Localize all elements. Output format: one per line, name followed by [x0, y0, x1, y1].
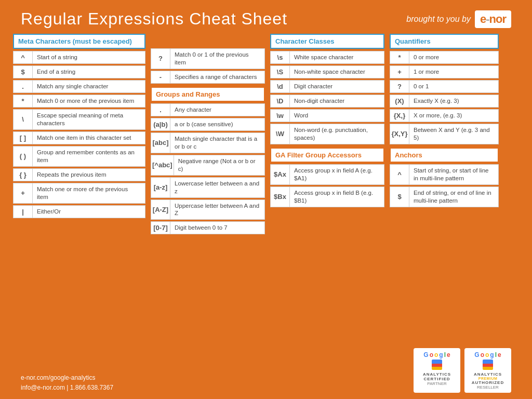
desc-group: Group and remember contents as an item [33, 146, 145, 167]
badge-premium-label: PREMIUM [469, 377, 507, 380]
symbol-07: [0-7] [151, 221, 170, 234]
desc-ax: Access group x in field A (e.g. $A1) [290, 164, 384, 185]
list-item: { } Repeats the previous item [13, 168, 145, 181]
char-classes-column: Character Classes \s White space charact… [270, 34, 384, 236]
symbol-nabc: [^abc] [151, 155, 174, 176]
symbol-XY: {X,Y} [390, 124, 409, 144]
desc-one-more: Match one or more of the previous item [33, 183, 145, 204]
symbol-plus: + [13, 183, 33, 204]
list-item: $ End of string, or end of line in multi… [390, 187, 499, 207]
groups-ranges-header: Groups and Ranges [151, 87, 265, 102]
brand-logo: e-nor [475, 10, 511, 28]
symbol-az: [a-z] [151, 177, 170, 198]
symbol-star: * [13, 95, 33, 108]
brand-text: brought to you by [406, 15, 471, 24]
list-item: [0-7] Digit between 0 to 7 [151, 221, 265, 234]
symbol-bx: $Bx [270, 187, 290, 207]
quantifiers-column: Quantifiers * 0 or more + 1 or more ? 0 … [390, 34, 499, 236]
desc-range: Specifies a range of characters [170, 71, 265, 84]
badge-reseller-label: RESELLER [469, 385, 507, 390]
desc-lower: Lowercase letter between a and z [170, 177, 265, 198]
desc-Xmore: X or more, (e.g. 3) [409, 109, 499, 122]
desc-zero-more: Match 0 or more of the previous item [33, 95, 145, 108]
symbol-q-q: ? [390, 80, 409, 93]
list-item: \d Digit character [270, 80, 384, 93]
badge-reseller: Google ANALYTICS PREMIUM AUTHORIZED RESE… [464, 348, 511, 393]
header: Regular Expressions Cheat Sheet brought … [0, 0, 532, 34]
symbol-bracket: [ ] [13, 131, 33, 144]
list-item: + 1 or more [390, 65, 499, 78]
symbol-WS: \S [270, 65, 290, 78]
desc-whitespace: White space character [290, 51, 384, 64]
list-item: * 0 or more [390, 51, 499, 64]
brand-area: brought to you by e-nor [406, 10, 511, 28]
list-item: $Bx Access group x in field B (e.g. $B1) [270, 187, 384, 207]
list-item: ? 0 or 1 [390, 80, 499, 93]
list-item: {X,Y} Between X and Y (e.g. 3 and 5) [390, 124, 499, 144]
symbol-Xc: {X,} [390, 109, 409, 122]
list-item: $ End of a string [13, 65, 145, 78]
list-item: . Any character [151, 103, 265, 116]
symbol-ax: $Ax [270, 164, 290, 185]
desc-match-single: Match single character that is a or b or… [170, 132, 265, 153]
desc-word: Word [290, 109, 384, 122]
desc-1-more: 1 or more [409, 65, 499, 78]
desc-upper: Uppercase letter between A and Z [170, 200, 265, 220]
list-item: . Match any single character [13, 80, 145, 93]
list-item: [^abc] Negative range (Not a or b or c) [151, 155, 265, 176]
meta-chars-header: Meta Characters (must be escaped) [13, 34, 145, 49]
badge-analytics-label-1: ANALYTICS [418, 372, 456, 377]
badge-analytics-label-2: ANALYTICS [469, 372, 507, 377]
list-item: {X,} X or more, (e.g. 3) [390, 109, 499, 122]
desc-non-digit: Non-digit character [290, 95, 384, 108]
symbol-paren: ( ) [13, 146, 33, 167]
symbol-D: \D [270, 95, 290, 108]
symbol-or: (a|b) [151, 118, 170, 131]
desc-either-or: Either/Or [33, 205, 145, 218]
desc-match-one: Match one item in this character set [33, 131, 145, 144]
google-logo-2: Google [469, 351, 507, 358]
desc-digit07: Digit between 0 to 7 [170, 221, 265, 234]
badge-certified-label: CERTIFIED [418, 377, 456, 381]
symbol-W: \W [270, 124, 290, 144]
analytics-icon-1 [432, 360, 442, 370]
list-item: \w Word [270, 109, 384, 122]
list-item: [a-z] Lowercase letter between a and z [151, 177, 265, 198]
page-title: Regular Expressions Cheat Sheet [21, 9, 287, 29]
symbol-gr-dot: . [151, 103, 170, 116]
list-item: \S Non-white space character [270, 65, 384, 78]
ga-filter-header: GA Filter Group Accessors [270, 148, 384, 163]
quantifiers-header: Quantifiers [390, 34, 499, 49]
desc-0-more: 0 or more [409, 51, 499, 64]
desc-start-or-line: Start of string, or start of line in mul… [409, 164, 499, 185]
desc-bx: Access group x in field B (e.g. $B1) [290, 187, 384, 207]
symbol-backslash: \ [13, 109, 33, 130]
symbol-abc: [abc] [151, 132, 170, 153]
list-item: | Either/Or [13, 205, 145, 218]
desc-end-or-line: End of string, or end of line in multi-l… [409, 187, 499, 207]
list-item: (a|b) a or b (case sensitive) [151, 118, 265, 131]
symbol-X: (X) [390, 95, 409, 108]
desc-0-1: 0 or 1 [409, 80, 499, 93]
desc-start-string: Start of a string [33, 51, 145, 64]
symbol-q: ? [151, 48, 170, 69]
footer: e-nor.com/google-analytics info@e-nor.co… [21, 348, 511, 393]
badge-authorized-label: AUTHORIZED [469, 380, 507, 385]
symbol-q-star: * [390, 51, 409, 64]
list-item: ^ Start of string, or start of line in m… [390, 164, 499, 185]
desc-non-whitespace: Non-white space character [290, 65, 384, 78]
list-item: * Match 0 or more of the previous item [13, 95, 145, 108]
groups-ranges-column: ? Match 0 or 1 of the previous item - Sp… [151, 34, 265, 236]
desc-a-or-b: a or b (case sensitive) [170, 118, 265, 131]
symbol-caret: ^ [13, 51, 33, 64]
list-item: ( ) Group and remember contents as an it… [13, 146, 145, 167]
google-logo-1: Google [418, 351, 456, 358]
desc-end-string: End of a string [33, 65, 145, 78]
list-item: ? Match 0 or 1 of the previous item [151, 48, 265, 69]
symbol-dollar: $ [13, 65, 33, 78]
symbol-w: \w [270, 109, 290, 122]
list-item: \s White space character [270, 51, 384, 64]
symbol-q-plus: + [390, 65, 409, 78]
list-item: \D Non-digit character [270, 95, 384, 108]
list-item: + Match one or more of the previous item [13, 183, 145, 204]
